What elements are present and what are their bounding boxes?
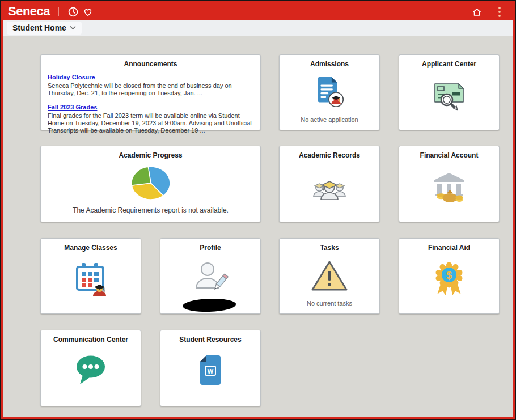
clock-icon[interactable]	[66, 5, 81, 19]
person-pencil-icon	[191, 260, 230, 295]
tile-title: Profile	[160, 239, 260, 252]
tile-title: Student Resources	[160, 330, 260, 343]
document-graduate-icon	[312, 75, 347, 110]
academic-progress-pie-chart	[130, 164, 171, 202]
tile-title: Financial Aid	[399, 239, 499, 252]
warning-triangle-icon	[309, 258, 350, 294]
pie-slice-green	[131, 167, 150, 185]
tile-title: Academic Records	[280, 146, 379, 159]
tile-communication-center[interactable]: Communication Center	[40, 330, 141, 406]
seneca-logo: Seneca	[8, 5, 50, 19]
announcement-link[interactable]: Fall 2023 Grades	[48, 104, 97, 111]
svg-text:$: $	[446, 269, 452, 281]
tile-announcements[interactable]: Announcements Holiday Closure Seneca Pol…	[40, 54, 261, 130]
student-portal: Seneca Student Home Announcements	[3, 3, 513, 417]
tile-profile[interactable]: Profile	[160, 238, 261, 314]
tile-canvas: Announcements Holiday Closure Seneca Pol…	[3, 36, 513, 417]
header-divider	[58, 7, 59, 16]
tile-financial-aid[interactable]: Financial Aid $	[399, 238, 500, 314]
announcement-link[interactable]: Holiday Closure	[48, 74, 95, 80]
tile-academic-progress[interactable]: Academic Progress The Academic Requireme…	[40, 146, 261, 222]
tile-tasks[interactable]: Tasks No current tasks	[279, 238, 380, 314]
tile-title: Communication Center	[41, 330, 141, 343]
header-bar: Seneca	[3, 3, 513, 20]
tile-applicant-center[interactable]: Applicant Center	[399, 54, 500, 130]
home-icon[interactable]	[470, 5, 484, 19]
homepage-selector[interactable]: Student Home	[7, 22, 82, 35]
tile-title: Manage Classes	[41, 239, 141, 252]
word-document-icon: W	[194, 353, 226, 388]
screenshot-frame: Seneca Student Home Announcements	[0, 0, 516, 420]
calendar-graduate-icon	[70, 260, 111, 298]
award-dollar-icon: $	[431, 260, 467, 299]
homepage-selector-bar: Student Home	[3, 20, 513, 36]
tile-academic-records[interactable]: Academic Records	[279, 146, 380, 222]
tile-status: The Academic Requirements report is not …	[41, 206, 260, 222]
graduates-group-icon	[309, 169, 350, 203]
tile-financial-account[interactable]: Financial Account	[399, 146, 500, 222]
bank-coins-icon	[429, 169, 470, 204]
svg-text:W: W	[208, 368, 214, 375]
heart-icon[interactable]	[81, 5, 95, 19]
cheque-magnifier-icon	[429, 78, 469, 112]
kebab-menu-icon[interactable]	[492, 5, 507, 19]
tile-admissions[interactable]: Admissions No active application	[279, 54, 380, 130]
tile-manage-classes[interactable]: Manage Classes	[40, 238, 141, 314]
tile-title: Applicant Center	[399, 55, 499, 68]
announcement-text: Seneca Polytechnic will be closed from t…	[48, 82, 252, 97]
tile-title: Announcements	[41, 55, 260, 68]
tile-title: Admissions	[280, 55, 379, 68]
tile-title: Tasks	[280, 239, 379, 252]
tile-status: No current tasks	[280, 300, 379, 313]
tile-student-resources[interactable]: Student Resources W	[160, 330, 261, 406]
tile-title: Financial Account	[399, 146, 499, 159]
tile-title: Academic Progress	[41, 146, 260, 159]
chevron-down-icon	[70, 26, 76, 30]
announcements-list: Holiday Closure Seneca Polytechnic will …	[41, 68, 260, 143]
tile-status: No active application	[280, 116, 379, 130]
homepage-selector-label: Student Home	[12, 23, 66, 32]
redacted-student-name	[183, 298, 236, 312]
speech-bubble-icon	[70, 353, 111, 387]
announcement-text: Final grades for the Fall 2023 term will…	[48, 112, 252, 134]
